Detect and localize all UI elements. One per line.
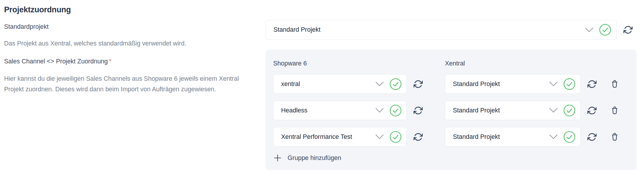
chevron-down-icon (549, 81, 558, 87)
check-circle-icon (599, 24, 611, 36)
standardprojekt-description: Das Projekt aus Xentral, welches standar… (4, 38, 259, 49)
sync-icon (414, 106, 423, 115)
sales-channel-sync-button[interactable] (413, 79, 423, 89)
chevron-down-icon (375, 81, 384, 87)
sync-icon (414, 132, 423, 141)
projekt-settings-section: Projektzuordnung Standardprojekt Das Pro… (0, 0, 644, 170)
sync-icon (414, 80, 423, 89)
mapping-column-headers: Shopware 6 Xentral (273, 60, 629, 67)
sales-channel-mapping-description: Hier kannst du die jeweiligen Sales Chan… (4, 73, 259, 95)
sales-channel-mapping-panel: Shopware 6 Xentral xentral (266, 50, 637, 170)
column-header-shopware: Shopware 6 (273, 60, 445, 67)
delete-row-button[interactable] (610, 79, 619, 89)
standardprojekt-sync-button[interactable] (623, 25, 633, 35)
plus-icon (273, 154, 282, 162)
project-sync-button[interactable] (587, 106, 597, 115)
delete-row-button[interactable] (610, 132, 619, 141)
check-circle-icon (563, 78, 575, 90)
column-header-xentral: Xentral (445, 60, 465, 67)
project-select-value: Standard Projekt (453, 107, 549, 114)
chevron-down-icon (549, 108, 558, 113)
mapping-row: Xentral Performance Test Standard Projek… (273, 127, 629, 146)
project-select[interactable]: Standard Projekt (445, 101, 580, 120)
add-group-button-label: Gruppe hinzufügen (288, 154, 341, 162)
check-circle-icon (563, 105, 575, 117)
sync-icon (587, 80, 597, 89)
standardprojekt-select[interactable]: Standard Projekt (266, 20, 617, 40)
sync-icon (587, 106, 597, 115)
chevron-down-icon (375, 108, 384, 113)
sync-icon (587, 132, 597, 141)
chevron-down-icon (375, 134, 384, 139)
required-asterisk: * (109, 58, 111, 65)
project-select-value: Standard Projekt (453, 133, 549, 141)
sync-icon (623, 25, 633, 34)
sales-channel-sync-button[interactable] (413, 132, 423, 141)
trash-icon (610, 79, 619, 89)
standardprojekt-field-row: Standard Projekt (266, 20, 637, 40)
sales-channel-select[interactable]: Xentral Performance Test (273, 127, 407, 146)
sales-channel-sync-button[interactable] (413, 106, 423, 115)
chevron-down-icon (549, 134, 558, 139)
sales-channel-mapping-label-text: Sales Channel <> Projekt Zuordnung (4, 58, 108, 65)
project-sync-button[interactable] (587, 79, 597, 89)
standardprojekt-select-value: Standard Projekt (273, 26, 585, 33)
check-circle-icon (563, 131, 575, 143)
project-sync-button[interactable] (587, 132, 597, 141)
project-select[interactable]: Standard Projekt (445, 127, 580, 146)
project-select[interactable]: Standard Projekt (445, 74, 580, 94)
labels-column: Projektzuordnung Standardprojekt Das Pro… (4, 5, 266, 170)
add-group-button[interactable]: Gruppe hinzufügen (273, 154, 341, 162)
check-circle-icon (390, 105, 402, 117)
sales-channel-select[interactable]: xentral (273, 74, 407, 94)
trash-icon (610, 106, 619, 115)
check-circle-icon (390, 78, 402, 90)
standardprojekt-label: Standardprojekt (4, 23, 266, 31)
project-select-value: Standard Projekt (453, 80, 549, 88)
sales-channel-select[interactable]: Headless (273, 101, 407, 120)
delete-row-button[interactable] (610, 106, 619, 115)
sales-channel-select-value: Xentral Performance Test (281, 133, 375, 141)
page-title: Projektzuordnung (4, 5, 266, 14)
trash-icon (610, 132, 619, 142)
chevron-down-icon (585, 27, 594, 33)
mapping-row: Headless Standard Projekt (273, 101, 629, 120)
sales-channel-select-value: Headless (281, 107, 375, 114)
controls-column: Standard Projekt Shopware 6 Xentral (266, 5, 637, 170)
sales-channel-mapping-label: Sales Channel <> Projekt Zuordnung* (4, 58, 266, 65)
check-circle-icon (390, 131, 402, 143)
sales-channel-select-value: xentral (281, 80, 375, 88)
mapping-row: xentral Standard Projekt (273, 74, 629, 94)
